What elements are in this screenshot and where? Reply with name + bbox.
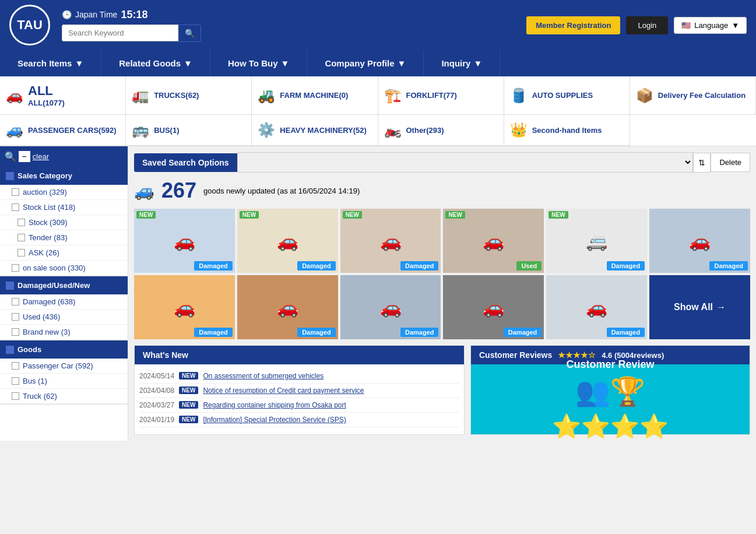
auction-link[interactable]: auction (329): [23, 188, 67, 196]
checkbox-bus[interactable]: [12, 377, 19, 385]
cat-second-hand[interactable]: 👑 Second-hand Items: [504, 115, 630, 146]
news-link-2[interactable]: Notice of resumption of Credit card paym…: [203, 387, 364, 395]
cat-heavy-machinery[interactable]: ⚙️ HEAVY MACHINERY(52): [252, 115, 378, 146]
stock-link[interactable]: Stock (309): [29, 218, 67, 227]
damaged-link[interactable]: Damaged (638): [23, 297, 75, 306]
sort-icon[interactable]: ⇅: [693, 153, 711, 173]
search-input[interactable]: [62, 24, 178, 41]
news-link-1[interactable]: On assessment of submerged vehicles: [203, 372, 324, 380]
nav-search-items[interactable]: Search Items ▼: [0, 50, 101, 76]
sidebar-item-tender[interactable]: Tender (83): [0, 230, 128, 245]
status-badge-7: Damaged: [194, 328, 233, 337]
news-link-4[interactable]: [Information] Special Protection Service…: [203, 416, 346, 424]
nav-inquiry[interactable]: Inquiry ▼: [424, 50, 500, 76]
farm-machine-icon: 🚜: [258, 87, 275, 104]
language-button[interactable]: 🇺🇸 Language ▼: [674, 17, 747, 34]
member-registration-button[interactable]: Member Registration: [526, 16, 620, 34]
bus-link[interactable]: Bus (1): [23, 377, 47, 385]
sidebar-item-stock[interactable]: Stock (309): [0, 215, 128, 230]
car-image-10[interactable]: 🚗 Damaged: [443, 275, 544, 339]
sidebar-item-damaged[interactable]: Damaged (638): [0, 294, 128, 310]
cat-bus[interactable]: 🚌 BUS(1): [126, 115, 252, 146]
car-image-6[interactable]: 🚗 Damaged: [649, 209, 750, 273]
status-badge-9: Damaged: [400, 328, 439, 337]
checkbox-used[interactable]: [12, 313, 19, 321]
on-sale-soon-link[interactable]: on sale soon (330): [23, 264, 86, 272]
delete-button[interactable]: Delete: [711, 153, 750, 172]
sidebar-item-used[interactable]: Used (436): [0, 310, 128, 325]
chevron-down-icon: ▼: [732, 21, 739, 30]
cat-delivery-fee[interactable]: 📦 Delivery Fee Calculation: [630, 76, 756, 115]
cat-passenger-cars[interactable]: 🚙 PASSENGER CARS(592): [0, 115, 126, 146]
nav-company-profile[interactable]: Company Profile ▼: [307, 50, 424, 76]
news-item-1: 2024/05/14 NEW On assessment of submerge…: [139, 369, 459, 384]
sidebar: 🔍 − clear Sales Category auction (329) S…: [0, 146, 128, 441]
car-image-9[interactable]: 🚗 Damaged: [340, 275, 441, 339]
nav-related-goods[interactable]: Related Goods ▼: [101, 50, 210, 76]
sidebar-item-brand-new[interactable]: Brand new (3): [0, 325, 128, 340]
sidebar-item-passenger-car[interactable]: Passenger Car (592): [0, 359, 128, 374]
clear-button[interactable]: clear: [33, 152, 49, 161]
search-icon: 🔍: [5, 151, 16, 162]
ask-link[interactable]: ASK (26): [29, 248, 59, 257]
update-count: 267: [161, 178, 196, 203]
car-image-2[interactable]: 🚗 NEW Damaged: [237, 209, 338, 273]
new-badge-news-3: NEW: [179, 401, 198, 409]
car-image-11[interactable]: 🚗 Damaged: [546, 275, 647, 339]
sidebar-item-auction[interactable]: auction (329): [0, 185, 128, 200]
car-image-7[interactable]: 🚗 Damaged: [134, 275, 235, 339]
checkbox-tender[interactable]: [17, 234, 25, 241]
tender-link[interactable]: Tender (83): [29, 233, 67, 242]
car-image-4[interactable]: 🚗 NEW Used: [443, 209, 544, 273]
cat-forklift[interactable]: 🏗️ FORKLIFT(77): [378, 76, 504, 115]
sidebar-item-on-sale-soon[interactable]: on sale soon (330): [0, 261, 128, 276]
checkbox-stock[interactable]: [17, 219, 25, 226]
collapse-button[interactable]: −: [19, 151, 30, 162]
checkbox-ask[interactable]: [17, 249, 25, 257]
car-image-1[interactable]: 🚗 NEW Damaged: [134, 209, 235, 273]
car-image-5[interactable]: 🚐 NEW Damaged: [546, 209, 647, 273]
used-link[interactable]: Used (436): [23, 312, 60, 321]
status-badge-1: Damaged: [194, 261, 233, 270]
checkbox-passenger-car[interactable]: [12, 362, 19, 370]
status-badge-11: Damaged: [607, 328, 645, 337]
car-image-3[interactable]: 🚗 NEW Damaged: [340, 209, 441, 273]
cat-other[interactable]: 🏍️ Other(293): [378, 115, 504, 146]
cat-farm-machine[interactable]: 🚜 FARM MACHINE(0): [252, 76, 378, 115]
news-link-3[interactable]: Regarding container shipping from Osaka …: [203, 401, 346, 409]
show-all-button[interactable]: Show All →: [649, 275, 750, 339]
checkbox-brand-new[interactable]: [12, 328, 19, 336]
checkbox-on-sale-soon[interactable]: [12, 264, 19, 272]
all-count: ALL(1077): [28, 99, 65, 107]
cat-delivery-label: Delivery Fee Calculation: [658, 91, 746, 100]
checkbox-auction[interactable]: [12, 188, 19, 196]
damaged-header: Damaged/Used/New: [0, 276, 128, 294]
brand-new-link[interactable]: Brand new (3): [23, 328, 71, 336]
chevron-down-icon: ▼: [398, 58, 406, 68]
sidebar-item-bus[interactable]: Bus (1): [0, 374, 128, 389]
cat-farm-label: FARM MACHINE(0): [280, 91, 348, 100]
search-button[interactable]: 🔍: [178, 24, 201, 42]
nav: Search Items ▼ Related Goods ▼ How To Bu…: [0, 50, 756, 76]
login-button[interactable]: Login: [626, 16, 668, 34]
checkbox-stock-list[interactable]: [12, 203, 19, 211]
truck-link[interactable]: Truck (62): [23, 392, 57, 400]
chevron-down-icon: ▼: [184, 58, 192, 68]
passenger-car-link[interactable]: Passenger Car (592): [23, 361, 93, 370]
checkbox-damaged[interactable]: [12, 298, 19, 305]
sidebar-item-ask[interactable]: ASK (26): [0, 245, 128, 261]
stock-list-link[interactable]: Stock List (418): [23, 203, 75, 212]
sidebar-item-truck[interactable]: Truck (62): [0, 389, 128, 404]
checkbox-truck[interactable]: [12, 392, 19, 400]
nav-how-to-buy[interactable]: How To Buy ▼: [210, 50, 307, 76]
passenger-car-icon: 🚙: [6, 122, 23, 138]
saved-search-select[interactable]: [237, 152, 694, 173]
nav-label-inquiry: Inquiry: [441, 58, 470, 68]
sidebar-section-sales-category: Sales Category auction (329) Stock List …: [0, 167, 128, 276]
sidebar-item-stock-list[interactable]: Stock List (418): [0, 200, 128, 215]
cat-auto-supplies[interactable]: 🛢️ AUTO SUPPLIES: [504, 76, 630, 115]
section-icon: [6, 172, 14, 180]
car-image-8[interactable]: 🚗 Damaged: [237, 275, 338, 339]
cat-all[interactable]: 🚗 ALL ALL(1077): [0, 76, 126, 115]
cat-trucks[interactable]: 🚛 TRUCKS(62): [126, 76, 252, 115]
